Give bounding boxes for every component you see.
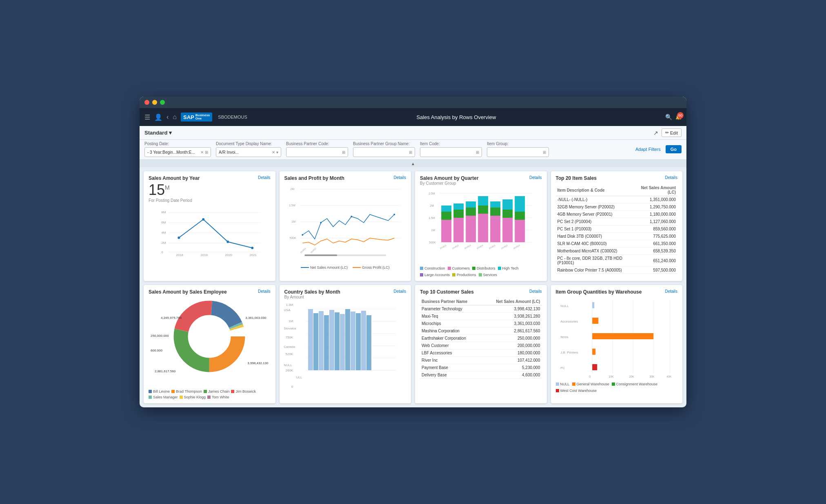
collapse-bar[interactable]: ▲ <box>140 160 686 167</box>
svg-text:1.5M: 1.5M <box>289 204 295 207</box>
table-row[interactable]: 32GB Memory Server (P20002)1,290,750.000 <box>556 203 678 211</box>
table-row[interactable]: Earthshaker Corporation250,000.000 <box>420 335 542 342</box>
svg-rect-65 <box>515 196 525 212</box>
expand-icon[interactable]: ⊞ <box>342 150 345 155</box>
edit-button[interactable]: ✏ Edit <box>662 128 682 137</box>
bp-group-filter: Business Partner Group Name: ⊞ <box>353 141 415 157</box>
sales-by-year-title: Sales Amount by Year <box>149 175 200 181</box>
top10-details[interactable]: Details <box>529 289 542 294</box>
posting-date-input-wrap[interactable]: ✕ ⊞ <box>144 147 211 157</box>
table-row[interactable]: LBF Accessories180,000.000 <box>420 349 542 357</box>
close-dot[interactable] <box>144 100 149 105</box>
top20-table-container[interactable]: Item Description & Code Net Sales Amount… <box>556 184 678 274</box>
expand-icon3[interactable]: ⊞ <box>476 150 479 155</box>
svg-rect-96 <box>361 311 366 370</box>
posting-date-input[interactable] <box>147 150 199 155</box>
top20-details[interactable]: Details <box>665 175 677 180</box>
svg-point-29 <box>393 214 395 215</box>
table-row[interactable]: Motherboard MicroATX (C00002)658,539.350 <box>556 248 678 255</box>
item-code-input[interactable] <box>423 150 475 155</box>
topbar: ☰ 👤 ‹ ⌂ SAP BusinessOne SBODEMOUS Sales … <box>140 108 686 126</box>
svg-text:0: 0 <box>161 250 163 254</box>
calendar-icon[interactable]: ⊞ <box>205 150 208 155</box>
sales-employee-details[interactable]: Details <box>258 289 271 294</box>
standard-button[interactable]: Standard ▾ <box>144 130 172 136</box>
menu-icon[interactable]: ☰ <box>144 113 150 121</box>
table-row[interactable]: Rainbow Color Printer 7.5 (A00005)597,50… <box>556 267 678 274</box>
bp-group-input-wrap[interactable]: ⊞ <box>353 147 415 157</box>
legend-customers: Customers <box>448 266 470 270</box>
warehouse-details[interactable]: Details <box>665 289 677 294</box>
item-group-input[interactable] <box>490 150 542 155</box>
minimize-dot[interactable] <box>152 100 157 105</box>
item-group-input-wrap[interactable]: ⊞ <box>487 147 549 157</box>
table-row[interactable]: Mashina Corporation2,861,617.560 <box>420 327 542 335</box>
doc-type-label: Document Type Display Name: <box>216 141 281 146</box>
table-row[interactable]: Maxi-Teq3,938,261.280 <box>420 313 542 320</box>
table-row[interactable]: Payment Base5,230.000 <box>420 364 542 371</box>
country-sales-details[interactable]: Details <box>393 289 406 294</box>
user-icon[interactable]: 👤 <box>154 113 162 121</box>
svg-point-27 <box>320 222 322 223</box>
adapt-filters-button[interactable]: Adapt Filters <box>635 147 661 152</box>
table-row[interactable]: Parameter Technology3,998,432.130 <box>420 305 542 313</box>
svg-point-26 <box>302 234 303 236</box>
table-row[interactable]: PC Set 1 (P10003)859,560.000 <box>556 225 678 233</box>
svg-text:2.5M: 2.5M <box>429 192 435 195</box>
svg-text:2019Q3: 2019Q3 <box>513 244 520 250</box>
top10-col2-header: Net Sales Amount (LC) <box>482 298 542 305</box>
bp-code-input[interactable] <box>289 150 341 155</box>
legend-jim-boswick: Jim Boswick <box>231 389 256 393</box>
sales-quarter-details[interactable]: Details <box>529 175 542 180</box>
table-row[interactable]: Hard Disk 3TB (C00007)775,625.000 <box>556 233 678 240</box>
legend-services: Services <box>479 273 497 277</box>
sales-profit-details[interactable]: Details <box>393 175 406 180</box>
svg-rect-118 <box>592 364 597 370</box>
external-link-icon[interactable]: ↗ <box>653 128 658 137</box>
sales-by-year-details[interactable]: Details <box>258 175 271 180</box>
warehouse-title: Item Group Quantities by Warehouse <box>556 289 642 295</box>
table-row[interactable]: Web Customer200,000.000 <box>420 342 542 349</box>
bp-group-input[interactable] <box>356 150 408 155</box>
dropdown-icon[interactable]: ▾ <box>276 150 278 155</box>
back-icon[interactable]: ‹ <box>167 113 169 121</box>
svg-rect-55 <box>478 199 488 206</box>
legend-sales-manager: Sales Manager <box>149 395 178 399</box>
table-row[interactable]: River Inc107,412.000 <box>420 357 542 364</box>
home-icon[interactable]: ⌂ <box>173 113 177 121</box>
topbar-right: 🔍 🔔 60 <box>665 114 682 120</box>
legend-bill-levine: Bill Levine <box>149 389 170 393</box>
quarter-legend: Construction Customers Distributors High… <box>420 266 542 277</box>
notification-icon[interactable]: 🔔 60 <box>675 114 682 120</box>
bp-code-input-wrap[interactable]: ⊞ <box>286 147 348 157</box>
table-row[interactable]: 4GB Memory Server (P20001)1,180,000.000 <box>556 211 678 218</box>
table-row[interactable]: PC Set 2 (P10004)1,127,060.000 <box>556 218 678 225</box>
maximize-dot[interactable] <box>160 100 165 105</box>
top10-table-container[interactable]: Business Partner Name Net Sales Amount (… <box>420 298 542 379</box>
table-row[interactable]: Delivery Base4,600.000 <box>420 371 542 379</box>
table-row[interactable]: SLR M-CAM 40C (B00010)661,350.000 <box>556 240 678 248</box>
sales-quarter-title: Sales Amount by Quarter <box>420 175 479 181</box>
go-button[interactable]: Go <box>666 145 682 153</box>
table-row[interactable]: PC - 8x core, DDR 32GB, 2TB HDD (P10001)… <box>556 255 678 267</box>
sales-big-number: 15M <box>149 182 271 198</box>
svg-rect-115 <box>592 318 598 324</box>
card-top10-customers: Top 10 Customer Sales Details Business P… <box>415 285 547 403</box>
doc-type-filter: Document Type Display Name: ✕ ▾ <box>216 141 281 157</box>
item-code-input-wrap[interactable]: ⊞ <box>420 147 482 157</box>
expand-icon4[interactable]: ⊞ <box>543 150 546 155</box>
svg-rect-94 <box>351 312 355 370</box>
svg-text:Accessories: Accessories <box>560 320 578 323</box>
doc-type-input[interactable] <box>219 150 271 155</box>
legend-james-chain: James Chain <box>204 389 230 393</box>
sales-quarter-chart: 2.5M 2M 1.5M 1M 500K <box>420 187 542 277</box>
clear-icon[interactable]: ✕ <box>272 150 275 155</box>
doc-type-input-wrap[interactable]: ✕ ▾ <box>216 147 281 157</box>
table-row[interactable]: -NULL- (-NULL-)1,351,000.000 <box>556 196 678 203</box>
search-icon[interactable]: 🔍 <box>665 114 672 120</box>
close-icon[interactable]: ✕ <box>200 150 204 155</box>
posting-date-label: Posting Date: <box>144 141 211 146</box>
table-row[interactable]: Microchips3,361,003.030 <box>420 320 542 327</box>
svg-rect-52 <box>466 201 476 208</box>
expand-icon2[interactable]: ⊞ <box>409 150 412 155</box>
